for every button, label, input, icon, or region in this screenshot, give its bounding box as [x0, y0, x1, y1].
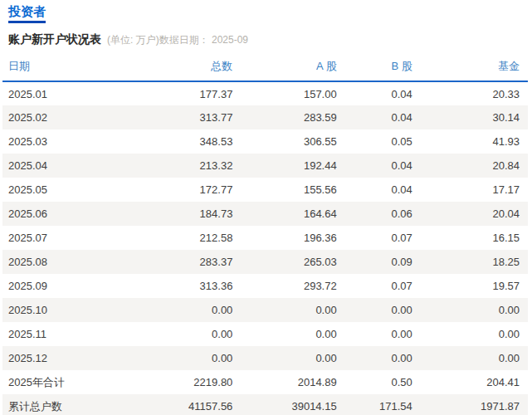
- row-label: 2025年合计: [2, 370, 129, 394]
- cell-value: 313.77: [129, 105, 241, 129]
- column-header-funds: 基金: [421, 51, 528, 81]
- cell-value: 155.56: [241, 178, 344, 202]
- section-title: 账户新开户状况表: [8, 32, 101, 47]
- cell-value: 313.36: [129, 274, 241, 298]
- row-label: 2025.05: [2, 178, 129, 202]
- cell-value: 192.44: [241, 154, 344, 178]
- row-label: 2025.10: [2, 298, 129, 322]
- cell-value: 20.33: [421, 81, 528, 105]
- cell-value: 0.00: [345, 346, 421, 370]
- table-header-row: 日期 总数 A 股 B 股 基金: [2, 51, 528, 81]
- cell-value: 0.06: [345, 202, 421, 226]
- cell-value: 0.07: [345, 226, 421, 250]
- table-row: 2025.08283.37265.030.0918.25: [2, 250, 528, 274]
- cell-value: 184.73: [129, 202, 241, 226]
- cell-value: 204.41: [421, 370, 528, 394]
- cell-value: 0.05: [345, 129, 421, 154]
- row-label: 2025.01: [2, 81, 129, 105]
- cell-value: 41.93: [421, 129, 528, 154]
- row-label: 2025.06: [2, 202, 129, 226]
- cell-value: 212.58: [129, 226, 241, 250]
- table-row: 2025.04213.32192.440.0420.84: [2, 154, 528, 178]
- cell-value: 293.72: [241, 274, 344, 298]
- row-label: 2025.08: [2, 250, 129, 274]
- subtitle-row: 账户新开户状况表 (单位: 万户)数据日期： 2025-09: [0, 23, 532, 49]
- table-row: 2025.01177.37157.000.0420.33: [2, 81, 528, 105]
- cell-value: 0.04: [345, 105, 421, 129]
- cell-value: 20.04: [421, 202, 528, 226]
- table-row: 2025.06184.73164.640.0620.04: [2, 202, 528, 226]
- table-row: 2025.110.000.000.000.00: [2, 322, 528, 346]
- cell-value: 0.00: [241, 346, 344, 370]
- cell-value: 171.54: [345, 394, 421, 415]
- table-row: 2025.03348.53306.550.0541.93: [2, 129, 528, 154]
- cell-value: 0.50: [345, 370, 421, 394]
- cell-value: 172.77: [129, 178, 241, 202]
- column-header-b-shares: B 股: [345, 51, 421, 81]
- cell-value: 164.64: [241, 202, 344, 226]
- cell-value: 30.14: [421, 105, 528, 129]
- table-row: 2025年合计2219.802014.890.50204.41: [2, 370, 528, 394]
- cell-value: 0.00: [129, 298, 241, 322]
- cell-value: 0.00: [241, 322, 344, 346]
- table-row: 2025.07212.58196.360.0716.15: [2, 226, 528, 250]
- cell-value: 0.04: [345, 154, 421, 178]
- cell-value: 20.84: [421, 154, 528, 178]
- cell-value: 0.00: [421, 346, 528, 370]
- cell-value: 2014.89: [241, 370, 344, 394]
- cell-value: 306.55: [241, 129, 344, 154]
- row-label: 2025.07: [2, 226, 129, 250]
- page-title-tab[interactable]: 投资者: [8, 4, 46, 23]
- cell-value: 283.37: [129, 250, 241, 274]
- cell-value: 2219.80: [129, 370, 241, 394]
- row-label: 2025.09: [2, 274, 129, 298]
- table-body: 2025.01177.37157.000.0420.332025.02313.7…: [2, 81, 528, 415]
- account-openings-table: 日期 总数 A 股 B 股 基金 2025.01177.37157.000.04…: [2, 51, 528, 415]
- cell-value: 0.09: [345, 250, 421, 274]
- cell-value: 16.15: [421, 226, 528, 250]
- column-header-a-shares: A 股: [241, 51, 344, 81]
- cell-value: 41157.56: [129, 394, 241, 415]
- cell-value: 265.03: [241, 250, 344, 274]
- cell-value: 177.37: [129, 81, 241, 105]
- table-row: 2025.02313.77283.590.0430.14: [2, 105, 528, 129]
- cell-value: 213.32: [129, 154, 241, 178]
- table-row: 2025.09313.36293.720.0719.57: [2, 274, 528, 298]
- cell-value: 196.36: [241, 226, 344, 250]
- investor-page: 投资者 账户新开户状况表 (单位: 万户)数据日期： 2025-09 日期 总数…: [0, 0, 532, 415]
- cell-value: 0.00: [421, 322, 528, 346]
- cell-value: 0.00: [421, 298, 528, 322]
- column-header-total: 总数: [129, 51, 241, 81]
- cell-value: 283.59: [241, 105, 344, 129]
- cell-value: 0.00: [345, 322, 421, 346]
- title-bar: 投资者: [0, 0, 532, 23]
- row-label: 2025.02: [2, 105, 129, 129]
- cell-value: 157.00: [241, 81, 344, 105]
- unit-note: (单位: 万户)数据日期： 2025-09: [107, 33, 248, 47]
- cell-value: 0.00: [345, 298, 421, 322]
- cell-value: 0.00: [129, 322, 241, 346]
- table-row: 累计总户数41157.5639014.15171.541971.87: [2, 394, 528, 415]
- cell-value: 348.53: [129, 129, 241, 154]
- table-row: 2025.120.000.000.000.00: [2, 346, 528, 370]
- cell-value: 0.04: [345, 178, 421, 202]
- row-label: 2025.03: [2, 129, 129, 154]
- cell-value: 19.57: [421, 274, 528, 298]
- cell-value: 0.07: [345, 274, 421, 298]
- cell-value: 0.04: [345, 81, 421, 105]
- row-label: 2025.11: [2, 322, 129, 346]
- table-row: 2025.100.000.000.000.00: [2, 298, 528, 322]
- row-label: 累计总户数: [2, 394, 129, 415]
- cell-value: 0.00: [129, 346, 241, 370]
- cell-value: 18.25: [421, 250, 528, 274]
- row-label: 2025.12: [2, 346, 129, 370]
- cell-value: 39014.15: [241, 394, 344, 415]
- table-row: 2025.05172.77155.560.0417.17: [2, 178, 528, 202]
- cell-value: 17.17: [421, 178, 528, 202]
- cell-value: 1971.87: [421, 394, 528, 415]
- column-header-date: 日期: [2, 51, 129, 81]
- row-label: 2025.04: [2, 154, 129, 178]
- cell-value: 0.00: [241, 298, 344, 322]
